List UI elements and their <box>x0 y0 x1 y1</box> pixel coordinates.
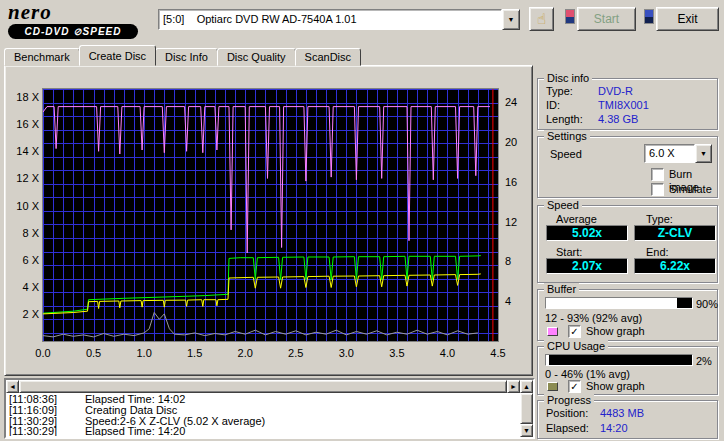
progress-group: Progress Position: 4483 MB Elapsed: 14:2… <box>537 400 718 439</box>
scroll-up-icon[interactable]: ▲ <box>520 380 533 393</box>
cpu-usage-group: CPU Usage 2% 0 - 46% (1% avg) ✓ Show gra… <box>537 346 718 395</box>
disc-type-value: DVD-R <box>598 85 633 97</box>
progress-title: Progress <box>544 394 594 406</box>
log-entry-message: Elapsed Time: 14:20 <box>85 426 185 436</box>
simulate-checkbox[interactable] <box>651 183 664 196</box>
nero-wordmark: nero <box>8 2 148 23</box>
average-speed-value: 5.02x <box>546 225 628 241</box>
tab-disc-quality[interactable]: Disc Quality <box>217 48 296 66</box>
axis-tick-label: 8 X <box>7 227 39 239</box>
end-speed-label: End: <box>646 246 669 258</box>
vertical-scrollbar-thumb[interactable] <box>520 393 533 424</box>
exit-button[interactable]: Exit <box>656 7 719 31</box>
speed-graph-plot <box>42 88 499 342</box>
disc-length-value: 4.38 GB <box>598 113 638 125</box>
nero-logo: nero CD-DVD ⊘SPEED <box>8 2 148 40</box>
buffer-level-bar <box>545 297 693 309</box>
disc-id-value: TMI8X001 <box>598 99 649 111</box>
buffer-show-graph-label: Show graph <box>586 325 645 338</box>
buffer-show-graph-checkbox[interactable]: ✓ <box>568 325 581 338</box>
chevron-down-icon[interactable]: ▼ <box>695 144 712 163</box>
speed-setting-value: 6.0 X <box>644 144 695 163</box>
chevron-down-icon[interactable]: ▼ <box>502 9 520 30</box>
disc-info-title: Disc info <box>544 72 592 84</box>
axis-tick-label: 4.0 <box>435 347 459 359</box>
log-vertical-scrollbar[interactable]: ▲ ▼ <box>520 380 533 437</box>
axis-tick-label: 3.0 <box>334 347 358 359</box>
speed-setting-label: Speed <box>550 148 582 160</box>
start-button[interactable]: Start <box>577 7 636 31</box>
elapsed-label: Elapsed: <box>546 422 589 434</box>
speed-setting-combo[interactable]: 6.0 X ▼ <box>644 144 712 163</box>
settings-group: Settings Speed 6.0 X ▼ Burn image Simula… <box>537 136 718 198</box>
axis-tick-label: 0.5 <box>82 347 106 359</box>
axis-tick-label: 4 <box>505 295 511 307</box>
speed-type-label: Type: <box>646 213 673 225</box>
buffer-level-fill <box>546 298 677 308</box>
cpu-range-text: 0 - 46% (1% avg) <box>545 368 630 380</box>
tab-benchmark[interactable]: Benchmark <box>4 48 80 66</box>
axis-tick-label: 2 X <box>7 308 39 320</box>
axis-tick-label: 24 <box>505 96 517 108</box>
horizontal-scrollbar-thumb[interactable] <box>19 380 507 393</box>
exit-button-label: Exit <box>677 12 697 26</box>
axis-tick-label: 2.0 <box>233 347 257 359</box>
axis-tick-label: 1.5 <box>183 347 207 359</box>
hand-pointer-icon: ☝ <box>537 10 546 28</box>
start-speed-value: 2.07x <box>546 258 628 274</box>
start-speed-label: Start: <box>556 246 582 258</box>
cpu-show-graph-label: Show graph <box>586 380 645 393</box>
axis-tick-label: 16 <box>505 176 517 188</box>
scroll-down-icon[interactable]: ▼ <box>520 424 533 437</box>
average-speed-label: Average <box>556 213 597 225</box>
disc-length-label: Length: <box>546 113 598 125</box>
tab-create-disc[interactable]: Create Disc <box>79 45 156 66</box>
buffer-title: Buffer <box>544 283 579 295</box>
buffer-range-text: 12 - 93% (92% avg) <box>545 312 642 324</box>
tab-bar: Benchmark Create Disc Disc Info Disc Qua… <box>4 46 360 66</box>
axis-tick-label: 10 X <box>7 200 39 212</box>
disc-type-label: Type: <box>546 85 598 97</box>
cpu-percent-value: 2% <box>696 355 712 367</box>
speed-type-value: Z-CLV <box>634 225 716 241</box>
log-entry[interactable]: [11:16:09]Creating Data Disc <box>9 405 518 416</box>
tab-scandisc[interactable]: ScanDisc <box>295 48 361 66</box>
log-list: [11:08:36]Elapsed Time: 14:02[11:16:09]C… <box>9 394 518 436</box>
axis-tick-label: 1.0 <box>132 347 156 359</box>
axis-tick-label: 18 X <box>7 91 39 103</box>
drive-selector[interactable]: [5:0] Optiarc DVD RW AD-7540A 1.01 ▼ <box>158 9 520 30</box>
elapsed-value: 14:20 <box>600 422 628 434</box>
scroll-left-icon[interactable]: ◄ <box>6 380 19 393</box>
axis-tick-label: 6 X <box>7 254 39 266</box>
cpu-usage-title: CPU Usage <box>544 340 608 352</box>
hand-pointer-button[interactable]: ☝ <box>529 7 554 31</box>
position-label: Position: <box>546 407 588 419</box>
cpu-show-graph-checkbox[interactable]: ✓ <box>568 380 581 393</box>
nero-cd-dvd-speed-window: nero CD-DVD ⊘SPEED [5:0] Optiarc DVD RW … <box>0 0 724 441</box>
tab-disc-info[interactable]: Disc Info <box>155 48 218 66</box>
scroll-right-icon[interactable]: ► <box>507 380 520 393</box>
disc-info-group: Disc info Type: DVD-R ID: TMI8X001 Lengt… <box>537 78 718 130</box>
log-entry-time: [11:30:29] <box>9 426 71 436</box>
disc-id-label: ID: <box>546 99 598 111</box>
position-value: 4483 MB <box>600 407 644 419</box>
buffer-graph-color-swatch <box>547 327 558 336</box>
cd-dvd-speed-wordmark: CD-DVD ⊘SPEED <box>8 24 138 39</box>
log-entry[interactable]: [11:30:29]Elapsed Time: 14:20 <box>9 426 518 436</box>
log-panel: ◄ ► ▲ ▼ [11:08:36]Elapsed Time: 14:02[11… <box>4 378 535 439</box>
cpu-usage-bar <box>545 354 693 366</box>
axis-tick-label: 0.0 <box>31 347 55 359</box>
buffer-group: Buffer 90% 12 - 93% (92% avg) ✓ Show gra… <box>537 289 718 341</box>
speed-title: Speed <box>544 199 582 211</box>
settings-title: Settings <box>544 130 590 142</box>
axis-tick-label: 14 X <box>7 145 39 157</box>
log-entry-message: Creating Data Disc <box>85 405 177 416</box>
axis-tick-label: 3.5 <box>385 347 409 359</box>
burn-image-checkbox[interactable] <box>651 168 664 181</box>
axis-tick-label: 4 X <box>7 281 39 293</box>
axis-tick-label: 12 X <box>7 172 39 184</box>
log-horizontal-scrollbar[interactable]: ◄ ► <box>6 380 520 393</box>
axis-tick-label: 20 <box>505 136 517 148</box>
axis-tick-label: 4.5 <box>486 347 510 359</box>
buffer-percent-value: 90% <box>696 298 718 310</box>
